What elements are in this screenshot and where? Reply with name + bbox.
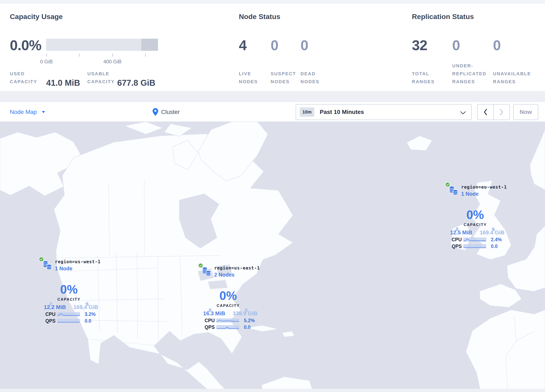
breadcrumb-cluster-label: Cluster bbox=[161, 109, 180, 115]
cpu-value: 3.2% bbox=[85, 311, 95, 317]
region-usable-capacity: 169.4 GiB bbox=[480, 229, 504, 236]
region-node-count: 1 Node bbox=[55, 266, 72, 272]
svg-text:CAPACITY: CAPACITY bbox=[57, 297, 81, 301]
total-ranges-label: TOTAL RANGES bbox=[412, 70, 435, 86]
time-forward-button[interactable] bbox=[493, 105, 510, 120]
cpu-sparkline bbox=[463, 237, 486, 242]
qps-value: 0.0 bbox=[244, 324, 251, 330]
cpu-value: 5.2% bbox=[244, 318, 255, 324]
region-node-count: 2 Nodes bbox=[214, 272, 235, 278]
svg-text:0%: 0% bbox=[219, 289, 237, 302]
qps-sparkline bbox=[463, 244, 486, 248]
used-capacity-value: 41.0 MiB bbox=[46, 78, 80, 87]
chevron-left-icon bbox=[483, 108, 488, 116]
cpu-label: CPU bbox=[452, 237, 463, 243]
capacity-axis-tick-0: 0 GiB bbox=[30, 59, 63, 65]
qps-label: QPS bbox=[452, 243, 463, 249]
capacity-bar-track bbox=[46, 39, 158, 51]
region-label: region=us-east-1 bbox=[214, 266, 260, 271]
chevron-down-icon bbox=[460, 111, 466, 115]
cpu-sparkline bbox=[57, 312, 80, 316]
top-strip bbox=[0, 0, 545, 3]
qps-value: 0.0 bbox=[491, 243, 498, 249]
capacity-percent: 0.0% bbox=[10, 38, 41, 52]
capacity-gauge: 0% CAPACITY bbox=[206, 280, 250, 312]
cpu-sparkline bbox=[216, 318, 239, 323]
time-back-button[interactable] bbox=[477, 105, 493, 120]
now-button[interactable]: Now bbox=[513, 104, 538, 120]
map-bottom-strip bbox=[0, 389, 545, 392]
capacity-gauge: 0% CAPACITY bbox=[453, 199, 497, 231]
capacity-gauge: 0% CAPACITY bbox=[47, 274, 91, 306]
unavailable-ranges-label: UNAVAILABLE RANGES bbox=[493, 70, 531, 86]
cpu-label: CPU bbox=[45, 311, 57, 317]
svg-text:0%: 0% bbox=[60, 282, 78, 296]
region-used-capacity: 12.5 MiB bbox=[450, 229, 472, 236]
chevron-right-icon bbox=[499, 108, 504, 116]
svg-text:CAPACITY: CAPACITY bbox=[217, 304, 240, 308]
region-used-capacity: 12.2 MiB bbox=[44, 304, 66, 311]
breadcrumb[interactable]: Cluster bbox=[153, 102, 180, 122]
map-pin-icon bbox=[153, 108, 158, 116]
unavailable-ranges-count: 0 bbox=[493, 38, 501, 52]
cpu-value: 2.4% bbox=[491, 237, 502, 243]
database-stack-icon bbox=[43, 261, 52, 270]
qps-value: 0.0 bbox=[85, 318, 91, 324]
view-selector-dropdown[interactable]: Node Map bbox=[10, 102, 46, 122]
section-gap bbox=[0, 91, 545, 102]
database-stack-icon bbox=[202, 267, 211, 276]
dead-nodes-label: DEAD NODES bbox=[301, 70, 320, 86]
svg-text:CAPACITY: CAPACITY bbox=[464, 223, 487, 227]
capacity-bar-reserved-segment bbox=[141, 39, 158, 51]
region-used-capacity: 16.3 MiB bbox=[203, 310, 225, 317]
node-status-title: Node Status bbox=[239, 12, 280, 21]
region-label: region=eu-west-1 bbox=[461, 185, 507, 190]
suspect-nodes-count: 0 bbox=[271, 38, 278, 52]
chevron-down-icon bbox=[41, 111, 46, 113]
cluster-summary-bar: Capacity Usage 0.0% 0 GiB 400 GiB USED C… bbox=[0, 3, 545, 91]
cluster-overview-page: Capacity Usage 0.0% 0 GiB 400 GiB USED C… bbox=[0, 0, 545, 392]
node-map: region=us-west-1 1 Node 0% CAPACITY 12.2… bbox=[0, 122, 545, 392]
region-marker-us-west-1[interactable]: region=us-west-1 1 Node 0% CAPACITY 12.2… bbox=[37, 255, 100, 326]
region-node-count: 1 Node bbox=[461, 191, 478, 197]
region-marker-eu-west-1[interactable]: region=eu-west-1 1 Node 0% CAPACITY 12.5… bbox=[443, 181, 506, 251]
replication-status-title: Replication Status bbox=[412, 12, 474, 21]
capacity-usage-title: Capacity Usage bbox=[10, 12, 63, 21]
live-nodes-label: LIVE NODES bbox=[239, 70, 258, 86]
region-usable-capacity: 338.9 GiB bbox=[233, 310, 257, 317]
dead-nodes-count: 0 bbox=[301, 38, 308, 52]
qps-label: QPS bbox=[45, 318, 57, 324]
capacity-bar: 0 GiB 400 GiB bbox=[46, 39, 158, 68]
svg-text:0%: 0% bbox=[466, 208, 484, 221]
usable-capacity-value: 677.8 GiB bbox=[117, 78, 155, 87]
time-range-badge: 10m bbox=[300, 107, 314, 117]
region-label: region=us-west-1 bbox=[55, 259, 100, 264]
time-range-selector[interactable]: 10m Past 10 Minutes bbox=[296, 104, 472, 120]
region-marker-us-east-1[interactable]: region=us-east-1 2 Nodes 0% CAPACITY 16.… bbox=[196, 262, 259, 332]
used-capacity-label: USED CAPACITY bbox=[10, 70, 37, 86]
region-usable-capacity: 169.4 GiB bbox=[73, 304, 98, 311]
time-window-arrows bbox=[477, 104, 510, 120]
capacity-axis-tick-400: 400 GiB bbox=[96, 59, 129, 65]
under-replicated-ranges-label: UNDER- REPLICATED RANGES bbox=[452, 62, 487, 86]
total-ranges-count: 32 bbox=[412, 38, 427, 52]
database-stack-icon bbox=[449, 186, 458, 195]
cpu-label: CPU bbox=[204, 318, 216, 324]
under-replicated-ranges-count: 0 bbox=[452, 38, 460, 52]
qps-sparkline bbox=[216, 325, 239, 329]
view-selector-label: Node Map bbox=[10, 109, 37, 115]
qps-label: QPS bbox=[204, 324, 216, 330]
suspect-nodes-label: SUSPECT NODES bbox=[271, 70, 296, 86]
usable-capacity-label: USABLE CAPACITY bbox=[87, 70, 115, 86]
qps-sparkline bbox=[57, 319, 80, 323]
time-range-label: Past 10 Minutes bbox=[320, 109, 364, 115]
live-nodes-count: 4 bbox=[239, 38, 247, 52]
map-toolbar: Node Map Cluster 10m Past 10 Minutes bbox=[0, 102, 545, 122]
